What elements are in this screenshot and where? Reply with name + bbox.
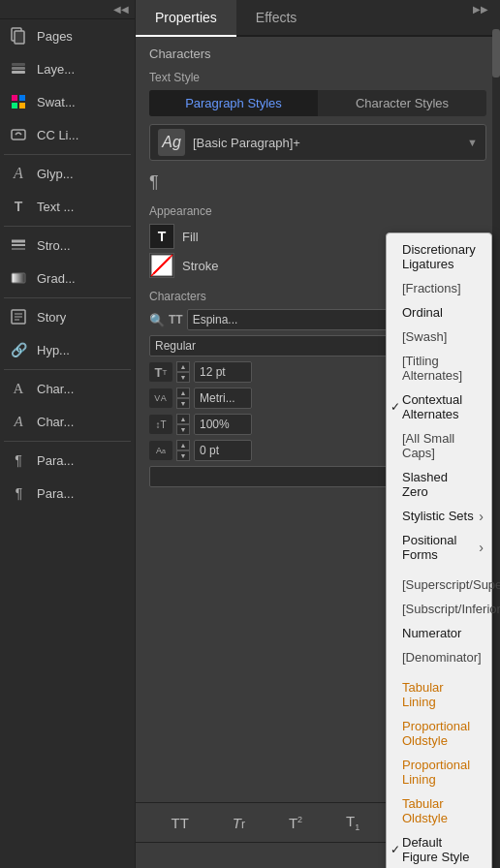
tracking-stepper[interactable]: ▲ ▼: [176, 388, 190, 409]
font-size-input[interactable]: [194, 361, 252, 383]
sidebar-item-label: Text ...: [37, 200, 74, 214]
menu-item-default-figure[interactable]: Default Figure Style: [387, 830, 491, 868]
leading-stepper[interactable]: ▲ ▼: [176, 414, 190, 435]
sidebar-item-para1[interactable]: ¶ Para...: [0, 444, 135, 477]
sidebar-item-text[interactable]: T Text ...: [0, 190, 135, 223]
sidebar-item-label: Stro...: [37, 238, 71, 253]
svg-rect-7: [12, 103, 17, 108]
tab-character-styles[interactable]: Character Styles: [318, 90, 486, 116]
menu-item-allsmallcaps[interactable]: [All Small Caps]: [387, 426, 491, 465]
stroke-swatch-icon: [150, 254, 173, 277]
sidebar-item-gradient[interactable]: Grad...: [0, 262, 135, 294]
baseline-input[interactable]: [194, 440, 252, 461]
tracking-down[interactable]: ▼: [176, 398, 190, 409]
typo-btn-1[interactable]: Tr: [229, 813, 249, 833]
menu-item-tabular-lining[interactable]: Tabular Lining: [387, 675, 491, 714]
sidebar-item-label: Glyp...: [37, 167, 74, 181]
baseline-stepper[interactable]: ▲ ▼: [176, 440, 190, 461]
sidebar-item-swatches[interactable]: Swat...: [0, 85, 135, 118]
leading-up[interactable]: ▲: [176, 414, 190, 424]
menu-item-subscript[interactable]: [Subscript/Inferior]: [387, 597, 491, 621]
svg-rect-9: [12, 130, 25, 140]
menu-item-contextual[interactable]: Contextual Alternates: [387, 388, 491, 426]
leading-down[interactable]: ▼: [176, 424, 190, 435]
tab-paragraph-styles[interactable]: Paragraph Styles: [149, 90, 318, 116]
font-size-up[interactable]: ▲: [176, 361, 190, 372]
leading-input[interactable]: [194, 414, 252, 435]
sidebar-collapse-row: ◀◀: [0, 0, 135, 19]
style-dropdown[interactable]: Ag [Basic Paragraph]+ ▼: [149, 124, 486, 161]
sidebar-item-label: Hyp...: [37, 343, 70, 357]
typo-btn-0[interactable]: TT: [167, 813, 192, 833]
para2-icon: ¶: [8, 482, 29, 504]
menu-item-denominator[interactable]: [Denominator]: [387, 645, 491, 669]
gradient-icon: [8, 267, 29, 289]
tracking-input[interactable]: [194, 388, 252, 409]
sidebar-item-char2[interactable]: A Char...: [0, 405, 135, 438]
sidebar-item-glyphs[interactable]: A Glyp...: [0, 157, 135, 190]
tab-properties[interactable]: Properties: [136, 0, 236, 37]
font-size-down[interactable]: ▼: [176, 372, 190, 383]
svg-rect-13: [12, 273, 25, 283]
menu-item-tabular-oldstyle[interactable]: Tabular Oldstyle: [387, 791, 491, 830]
pages-icon: [8, 25, 29, 46]
text-style-label: Text Style: [149, 71, 486, 84]
menu-item-numerator[interactable]: Numerator: [387, 621, 491, 645]
svg-rect-6: [19, 95, 25, 101]
menu-item-prop-lining[interactable]: Proportional Lining: [387, 753, 491, 791]
collapse-icon[interactable]: ◀◀: [113, 4, 129, 15]
appearance-label: Appearance: [149, 204, 486, 218]
sidebar-item-char1[interactable]: A Char...: [0, 372, 135, 405]
sidebar-item-label: Grad...: [37, 271, 76, 286]
sidebar-item-cclib[interactable]: CC Li...: [0, 118, 135, 151]
sidebar-item-layers[interactable]: Laye...: [0, 52, 135, 85]
menu-item-swash[interactable]: [Swash]: [387, 325, 491, 349]
para-mark-row: ¶: [149, 172, 486, 193]
menu-item-slashed-zero[interactable]: Slashed Zero: [387, 465, 491, 504]
text-icon: T: [8, 196, 29, 217]
leading-icon: ↕T: [149, 415, 172, 434]
menu-item-titling[interactable]: [Titling Alternates]: [387, 349, 491, 388]
sidebar-item-hyp[interactable]: 🔗 Hyp...: [0, 333, 135, 366]
sidebar: ◀◀ Pages Laye... Swat... CC Li... A Glyp…: [0, 0, 136, 868]
style-tabs: Paragraph Styles Character Styles: [149, 90, 486, 116]
stroke-icon: [8, 234, 29, 256]
tab-effects[interactable]: Effects: [236, 0, 317, 35]
para1-icon: ¶: [8, 450, 29, 471]
menu-item-disc-lig[interactable]: Discretionary Ligatures: [387, 237, 491, 276]
sidebar-item-label: Para...: [37, 486, 74, 501]
swatches-icon: [8, 91, 29, 112]
sidebar-item-para2[interactable]: ¶ Para...: [0, 477, 135, 510]
sidebar-item-label: Char...: [37, 415, 74, 429]
fill-swatch-icon: T: [158, 229, 167, 244]
svg-rect-8: [19, 103, 25, 108]
menu-item-stylistic-sets[interactable]: Stylistic Sets: [387, 504, 491, 528]
sidebar-item-story[interactable]: Story: [0, 300, 135, 333]
stroke-swatch[interactable]: [149, 253, 174, 278]
sidebar-item-label: Laye...: [37, 62, 75, 77]
main-panel: ▶▶ Properties Effects Characters Text St…: [136, 0, 500, 868]
baseline-up[interactable]: ▲: [176, 440, 190, 450]
svg-rect-4: [12, 63, 25, 66]
font-size-stepper[interactable]: ▲ ▼: [176, 361, 190, 383]
fill-swatch[interactable]: T: [149, 224, 174, 249]
baseline-down[interactable]: ▼: [176, 450, 190, 461]
menu-item-prop-oldstyle[interactable]: Proportional Oldstyle: [387, 714, 491, 753]
tracking-icon: VA: [149, 388, 172, 408]
typo-btn-3[interactable]: T1: [342, 811, 363, 834]
scrollbar-track[interactable]: [492, 0, 500, 868]
font-tt-icon: TT: [169, 313, 183, 326]
baseline-icon: Aa: [149, 441, 172, 460]
tracking-up[interactable]: ▲: [176, 388, 190, 398]
menu-item-fractions[interactable]: [Fractions]: [387, 276, 491, 300]
typo-btn-2[interactable]: T2: [285, 813, 306, 833]
section-title: Characters: [149, 46, 486, 61]
top-collapse-right[interactable]: ▶▶: [473, 4, 488, 15]
scrollbar-thumb[interactable]: [492, 29, 500, 78]
sidebar-item-pages[interactable]: Pages: [0, 19, 135, 52]
menu-item-ordinal[interactable]: Ordinal: [387, 300, 491, 325]
menu-item-positional-forms[interactable]: Positional Forms: [387, 528, 491, 567]
menu-item-superscript[interactable]: [Superscript/Superior]: [387, 573, 491, 597]
paragraph-mark: ¶: [149, 172, 159, 193]
sidebar-item-stroke[interactable]: Stro...: [0, 229, 135, 262]
